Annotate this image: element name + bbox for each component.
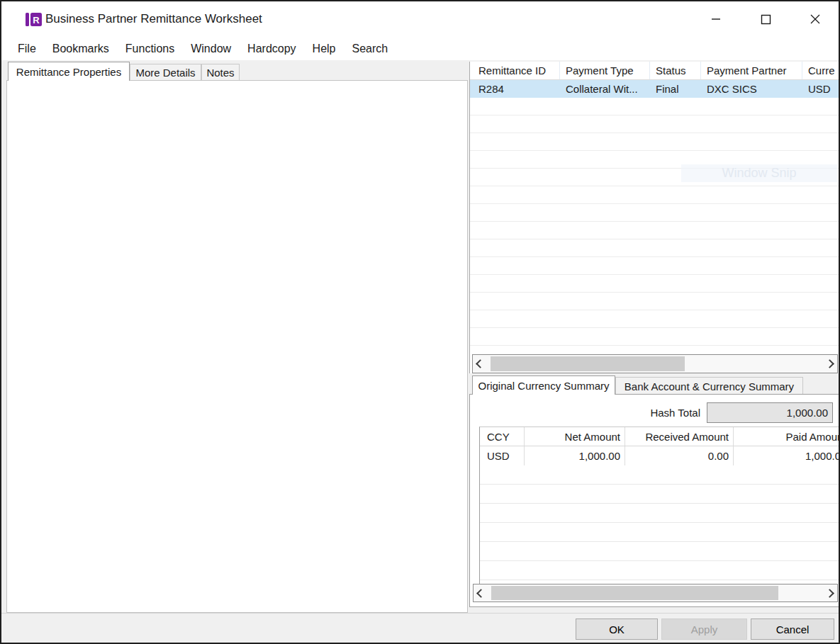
remittance-properties-page xyxy=(6,80,468,613)
col-ccy[interactable]: CCY xyxy=(487,427,521,446)
window-title: Business Partner Remittance Worksheet xyxy=(45,12,262,26)
cell-payment-partner: DXC SICS xyxy=(707,80,799,98)
cell-remittance-id: R284 xyxy=(478,80,556,98)
window-snip-watermark: Window Snip xyxy=(681,164,837,182)
footer-bar: OK Apply Cancel xyxy=(1,614,839,643)
empty-grid-rows xyxy=(470,98,840,354)
title-bar: R Business Partner Remittance Worksheet xyxy=(1,1,839,37)
menu-window[interactable]: Window xyxy=(184,40,237,58)
menu-bookmarks[interactable]: Bookmarks xyxy=(46,40,116,58)
menu-hardcopy[interactable]: Hardcopy xyxy=(241,40,302,58)
apply-button[interactable]: Apply xyxy=(661,618,747,640)
app-logo-icon: R xyxy=(25,11,43,28)
col-payment-type[interactable]: Payment Type xyxy=(566,62,647,79)
currency-summary-table: CCY Net Amount Received Amount Paid Amou… xyxy=(479,426,840,584)
empty-grid-rows xyxy=(480,465,840,584)
col-net-amount[interactable]: Net Amount xyxy=(525,427,620,446)
close-button[interactable] xyxy=(799,7,831,31)
hash-total-field: 1,000.00 xyxy=(707,402,833,423)
col-currency[interactable]: Curre xyxy=(808,62,840,79)
summary-row[interactable]: USD 1,000.00 0.00 1,000.0 xyxy=(480,446,840,465)
menu-bar: File Bookmarks Functions Window Hardcopy… xyxy=(1,37,839,60)
cancel-button[interactable]: Cancel xyxy=(751,618,834,640)
menu-search[interactable]: Search xyxy=(345,40,394,58)
cell-paid-amount: 1,000.0 xyxy=(734,446,840,465)
scroll-left-icon[interactable] xyxy=(474,584,486,601)
menu-file[interactable]: File xyxy=(11,40,43,58)
summary-table-hscrollbar[interactable] xyxy=(473,584,838,602)
tab-original-currency-summary[interactable]: Original Currency Summary xyxy=(472,375,615,395)
ok-button[interactable]: OK xyxy=(576,618,658,640)
tab-remittance-properties[interactable]: Remittance Properties xyxy=(8,62,130,81)
maximize-button[interactable] xyxy=(749,7,782,31)
col-status[interactable]: Status xyxy=(656,62,698,79)
col-paid-amount[interactable]: Paid Amour xyxy=(734,427,840,446)
scroll-left-icon[interactable] xyxy=(473,355,486,373)
app-window: R Business Partner Remittance Worksheet … xyxy=(0,0,840,644)
remittance-table-hscrollbar[interactable] xyxy=(472,354,838,373)
tab-more-details[interactable]: More Details xyxy=(130,64,201,81)
hash-total-label: Hash Total xyxy=(644,407,700,419)
cell-net-amount: 1,000.00 xyxy=(525,446,620,465)
col-received-amount[interactable]: Received Amount xyxy=(626,427,729,446)
cell-payment-type: Collateral Wit... xyxy=(566,80,647,98)
scroll-right-icon[interactable] xyxy=(824,584,837,601)
tab-notes[interactable]: Notes xyxy=(201,64,240,81)
tab-bank-account-currency-summary[interactable]: Bank Account & Currency Summary xyxy=(615,377,803,395)
remittance-table: Remittance ID Payment Type Status Paymen… xyxy=(469,62,840,373)
svg-text:R: R xyxy=(33,15,40,26)
cell-received-amount: 0.00 xyxy=(626,446,729,465)
menu-help[interactable]: Help xyxy=(306,40,342,58)
scrollbar-thumb[interactable] xyxy=(491,356,685,371)
scrollbar-thumb[interactable] xyxy=(491,586,778,600)
col-remittance-id[interactable]: Remittance ID xyxy=(478,62,556,79)
currency-summary-page: Hash Total 1,000.00 CCY Net Amount Recei… xyxy=(469,394,840,607)
col-payment-partner[interactable]: Payment Partner xyxy=(707,62,799,79)
menu-functions[interactable]: Functions xyxy=(119,40,181,58)
table-row-selected[interactable]: R284 Collateral Wit... Final DXC SICS US… xyxy=(470,80,840,98)
cell-currency: USD xyxy=(808,80,840,98)
cell-ccy: USD xyxy=(487,446,521,465)
cell-status: Final xyxy=(656,80,698,98)
minimize-button[interactable] xyxy=(700,7,732,31)
scroll-right-icon[interactable] xyxy=(824,355,837,373)
